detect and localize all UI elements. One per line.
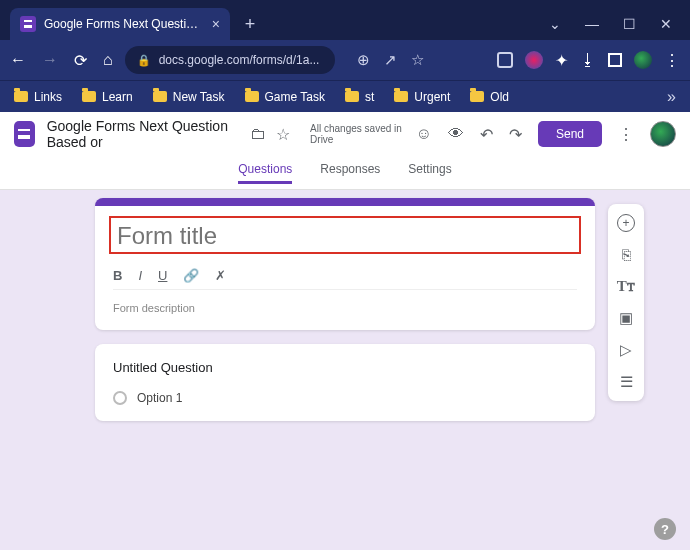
star-doc-icon[interactable]: ☆ — [276, 125, 290, 144]
folder-icon — [82, 91, 96, 102]
profile-icon[interactable] — [634, 51, 652, 69]
form-title-input[interactable] — [117, 222, 573, 250]
more-menu-icon[interactable]: ⋮ — [618, 125, 634, 144]
help-button[interactable]: ? — [654, 518, 676, 540]
format-toolbar: B I U 🔗 ✗ — [113, 262, 577, 290]
browser-tab[interactable]: Google Forms Next Question Bas… × — [10, 8, 230, 40]
new-tab-button[interactable]: + — [236, 10, 264, 38]
extension-icon-2[interactable] — [525, 51, 543, 69]
bookmark-game-task[interactable]: Game Task — [245, 90, 325, 104]
chevron-down-icon[interactable]: ⌄ — [549, 16, 561, 32]
bookmark-new-task[interactable]: New Task — [153, 90, 225, 104]
zoom-icon[interactable]: ⊕ — [357, 51, 370, 69]
folder-icon — [394, 91, 408, 102]
forms-logo-icon[interactable] — [14, 121, 35, 147]
doc-title[interactable]: Google Forms Next Question Based or — [47, 118, 238, 150]
folder-icon — [245, 91, 259, 102]
clear-format-icon[interactable]: ✗ — [215, 268, 226, 283]
form-header-card[interactable]: B I U 🔗 ✗ Form description — [95, 198, 595, 330]
add-title-icon[interactable]: Tᴛ — [617, 277, 635, 295]
title-highlight — [109, 216, 581, 254]
forward-icon[interactable]: → — [42, 51, 58, 69]
forms-favicon — [20, 16, 36, 32]
addons-icon[interactable]: ☺ — [416, 125, 432, 143]
window-controls: ⌄ — ☐ ✕ — [549, 16, 690, 40]
minimize-icon[interactable]: — — [585, 16, 599, 32]
url-bar: ← → ⟳ ⌂ 🔒 docs.google.com/forms/d/1a... … — [0, 40, 690, 80]
save-status: All changes saved in Drive — [310, 123, 404, 145]
browser-titlebar: Google Forms Next Question Bas… × + ⌄ — … — [0, 0, 690, 40]
move-folder-icon[interactable]: 🗀 — [250, 125, 266, 143]
preview-icon[interactable]: 👁 — [448, 125, 464, 143]
option-label: Option 1 — [137, 391, 182, 405]
reload-icon[interactable]: ⟳ — [74, 51, 87, 70]
close-window-icon[interactable]: ✕ — [660, 16, 672, 32]
extensions-menu-icon[interactable]: ✦ — [555, 51, 568, 70]
url-text: docs.google.com/forms/d/1a... — [159, 53, 320, 67]
bookmark-learn[interactable]: Learn — [82, 90, 133, 104]
underline-icon[interactable]: U — [158, 268, 167, 283]
bookmark-st[interactable]: st — [345, 90, 374, 104]
downloads-icon[interactable]: ⭳ — [580, 51, 596, 69]
add-image-icon[interactable]: ▣ — [619, 309, 633, 327]
tab-settings[interactable]: Settings — [408, 162, 451, 184]
tab-title: Google Forms Next Question Bas… — [44, 17, 204, 31]
share-icon[interactable]: ↗ — [384, 51, 397, 69]
question-title[interactable]: Untitled Question — [113, 360, 577, 375]
folder-icon — [345, 91, 359, 102]
add-section-icon[interactable]: ☰ — [620, 373, 633, 391]
import-questions-icon[interactable]: ⎘ — [622, 246, 631, 263]
browser-menu-icon[interactable]: ⋮ — [664, 51, 680, 70]
bookmarks-bar: Links Learn New Task Game Task st Urgent… — [0, 80, 690, 112]
folder-icon — [14, 91, 28, 102]
star-icon[interactable]: ☆ — [411, 51, 424, 69]
back-icon[interactable]: ← — [10, 51, 26, 69]
add-question-icon[interactable]: + — [617, 214, 635, 232]
omnibox[interactable]: 🔒 docs.google.com/forms/d/1a... — [125, 46, 335, 74]
undo-icon[interactable]: ↶ — [480, 125, 493, 144]
form-canvas: B I U 🔗 ✗ Form description Untitled Ques… — [0, 190, 690, 550]
bookmark-urgent[interactable]: Urgent — [394, 90, 450, 104]
folder-icon — [153, 91, 167, 102]
form-tabs: Questions Responses Settings — [0, 156, 690, 190]
maximize-icon[interactable]: ☐ — [623, 16, 636, 32]
bold-icon[interactable]: B — [113, 268, 122, 283]
bookmark-old[interactable]: Old — [470, 90, 509, 104]
radio-icon — [113, 391, 127, 405]
form-description-input[interactable]: Form description — [113, 298, 577, 314]
bookmark-links[interactable]: Links — [14, 90, 62, 104]
folder-icon — [470, 91, 484, 102]
panel-icon[interactable] — [608, 53, 622, 67]
floating-toolbar: + ⎘ Tᴛ ▣ ▷ ☰ — [608, 204, 644, 401]
account-avatar[interactable] — [650, 121, 676, 147]
send-button[interactable]: Send — [538, 121, 602, 147]
bookmarks-overflow-icon[interactable]: » — [667, 88, 676, 106]
italic-icon[interactable]: I — [138, 268, 142, 283]
add-video-icon[interactable]: ▷ — [620, 341, 632, 359]
extension-icon-1[interactable] — [497, 52, 513, 68]
close-tab-icon[interactable]: × — [212, 16, 220, 32]
link-icon[interactable]: 🔗 — [183, 268, 199, 283]
tab-questions[interactable]: Questions — [238, 162, 292, 184]
forms-header: Google Forms Next Question Based or 🗀 ☆ … — [0, 112, 690, 156]
tab-responses[interactable]: Responses — [320, 162, 380, 184]
question-option-1[interactable]: Option 1 — [113, 391, 577, 405]
home-icon[interactable]: ⌂ — [103, 51, 113, 69]
lock-icon: 🔒 — [137, 54, 151, 67]
redo-icon[interactable]: ↷ — [509, 125, 522, 144]
question-card[interactable]: Untitled Question Option 1 — [95, 344, 595, 421]
